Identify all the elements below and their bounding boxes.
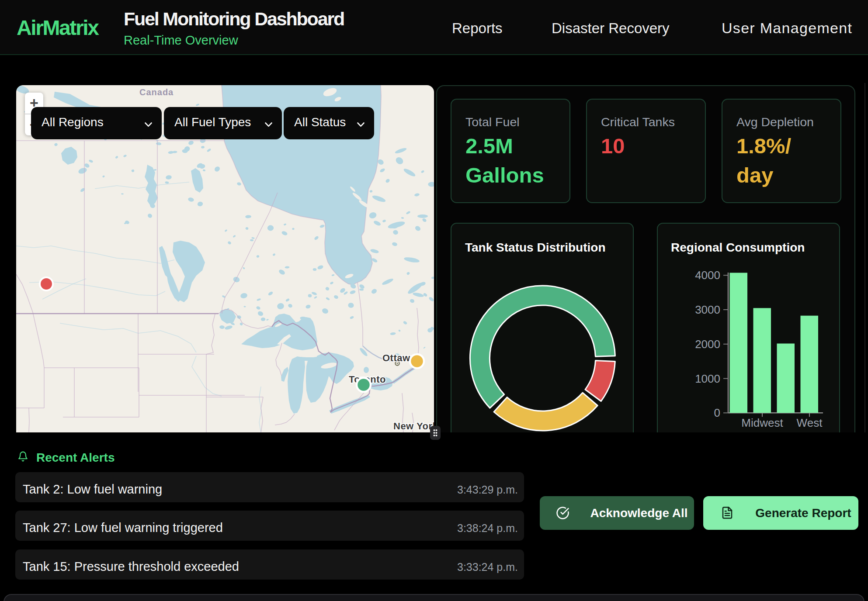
svg-text:0: 0: [714, 406, 720, 419]
svg-text:Canada: Canada: [139, 87, 174, 97]
svg-text:1000: 1000: [695, 372, 720, 385]
svg-text:4000: 4000: [695, 269, 720, 282]
svg-text:3000: 3000: [695, 303, 720, 316]
svg-text:Midwest: Midwest: [741, 416, 783, 429]
svg-text:New York: New York: [393, 421, 434, 432]
svg-text:2000: 2000: [695, 338, 720, 351]
svg-text:West: West: [797, 416, 823, 429]
